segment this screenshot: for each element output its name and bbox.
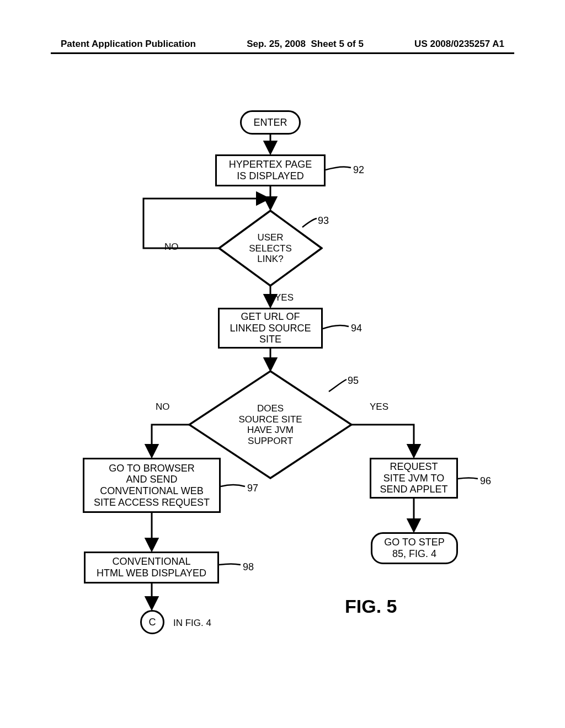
figure-label: FIG. 5	[345, 596, 397, 617]
connector-c-note: IN FIG. 4	[173, 618, 211, 629]
label-yes-93: YES	[275, 292, 294, 303]
flow-arrows	[0, 0, 565, 728]
ref-95: 95	[348, 375, 359, 387]
ref-92: 92	[353, 164, 364, 176]
label-no-93: NO	[164, 242, 179, 253]
ref-98: 98	[243, 561, 254, 573]
process-96: REQUEST SITE JVM TO SEND APPLET	[370, 458, 458, 499]
connector-c: C	[140, 610, 164, 634]
terminal-goto-85: GO TO STEP 85, FIG. 4	[371, 532, 458, 564]
ref-96: 96	[480, 475, 491, 487]
label-yes-95: YES	[370, 402, 388, 413]
decision-93: USER SELECTS LINK?	[218, 210, 323, 287]
terminal-enter: ENTER	[240, 110, 301, 135]
ref-94: 94	[351, 323, 362, 334]
ref-97: 97	[247, 483, 258, 494]
process-98: CONVENTIONAL HTML WEB DISPLAYED	[84, 552, 219, 584]
process-92: HYPERTEX PAGE IS DISPLAYED	[215, 154, 326, 186]
ref-93: 93	[318, 215, 329, 227]
flowchart: ENTER HYPERTEX PAGE IS DISPLAYED USER SE…	[0, 0, 565, 728]
label-no-95: NO	[156, 402, 170, 413]
process-94: GET URL OF LINKED SOURCE SITE	[218, 308, 323, 349]
process-97: GO TO BROWSER AND SEND CONVENTIONAL WEB …	[83, 458, 221, 513]
